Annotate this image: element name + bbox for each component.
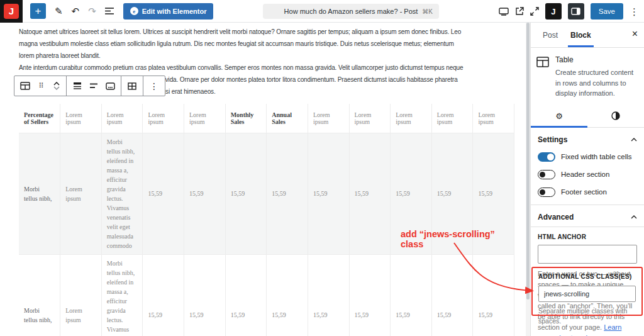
tab-block[interactable]: Block: [564, 23, 597, 47]
edit-mode-pencil-icon[interactable]: ✎: [55, 6, 63, 16]
caption-icon[interactable]: [102, 78, 118, 94]
table-cell[interactable]: 15,59: [431, 254, 473, 336]
css-class-highlight-box: ADDITIONAL CSS CLASS(ES) Separate multip…: [531, 267, 643, 316]
table-alignment-icon[interactable]: [69, 78, 86, 94]
options-kebab-icon[interactable]: ⋮: [630, 7, 639, 16]
paragraph-line: Natoque amet ultrices laoreet sit tellus…: [19, 26, 461, 38]
html-anchor-label: HTML ANCHOR: [538, 233, 637, 240]
table-header-cell[interactable]: Annual Sales: [267, 104, 308, 133]
view-post-external-icon[interactable]: [515, 7, 524, 16]
table-cell[interactable]: 15,59: [184, 254, 226, 336]
toggle-label: Footer section: [561, 188, 607, 196]
table-cell[interactable]: 15,59: [267, 254, 308, 336]
toggle-switch[interactable]: [538, 152, 555, 162]
table-cell[interactable]: 15,59: [143, 133, 184, 254]
table-header-cell[interactable]: Lorem ipsum: [184, 104, 226, 133]
toggle-row-fixed-width-table-cells[interactable]: Fixed width table cells: [531, 149, 644, 167]
redo-icon[interactable]: ↷: [88, 6, 96, 16]
table-cell[interactable]: Lorem ipsum: [60, 254, 102, 336]
undo-icon[interactable]: ↶: [72, 6, 80, 16]
table-cell[interactable]: 15,59: [143, 254, 184, 336]
css-class-label: ADDITIONAL CSS CLASS(ES): [538, 273, 636, 280]
toggle-switch[interactable]: [538, 188, 555, 197]
chevron-up-icon: [631, 215, 637, 219]
table-cell[interactable]: 15,59: [473, 254, 514, 336]
jnews-panel-button[interactable]: J: [545, 3, 562, 20]
table-header-cell[interactable]: Lorem ipsum: [60, 104, 102, 133]
table-cell[interactable]: 15,59: [225, 133, 267, 254]
table-header-cell[interactable]: Lorem ipsum: [101, 104, 143, 133]
html-anchor-input[interactable]: [538, 245, 637, 264]
table-cell[interactable]: 15,59: [349, 254, 391, 336]
fullscreen-expand-icon[interactable]: [530, 7, 539, 16]
block-card-description: Create structured content in rows and co…: [555, 67, 638, 99]
settings-toggles: Fixed width table cellsHeader sectionFoo…: [531, 149, 644, 202]
editor-canvas: Natoque amet ultrices laoreet sit tellus…: [0, 23, 526, 336]
table-header-cell[interactable]: Lorem ipsum: [431, 104, 473, 133]
table-cell[interactable]: Morbi tellus nibh, eleifend in massa a, …: [101, 254, 143, 336]
table-cell[interactable]: 15,59: [225, 254, 267, 336]
site-logo[interactable]: J: [0, 0, 23, 23]
save-button[interactable]: Save: [591, 3, 623, 20]
text-alignment-icon[interactable]: [86, 78, 102, 94]
toggle-switch[interactable]: [538, 170, 555, 179]
toggle-row-footer-section[interactable]: Footer section: [531, 184, 644, 202]
table-cell[interactable]: Morbi tellus nibh,: [19, 254, 60, 336]
additional-css-class-input[interactable]: [538, 286, 636, 302]
canvas-scrollbar[interactable]: [526, 23, 530, 336]
table-cell[interactable]: 15,59: [308, 133, 349, 254]
table-header-cell[interactable]: Lorem ipsum: [349, 104, 391, 133]
table-cell[interactable]: 15,59: [391, 254, 432, 336]
table-row: Morbi tellus nibh,Lorem ipsumMorbi tellu…: [19, 254, 514, 336]
settings-panel-header[interactable]: Settings: [531, 128, 644, 149]
tab-post[interactable]: Post: [536, 23, 564, 47]
editor-topbar: J + ✎ ↶ ↷ e Edit with Elementor How much…: [0, 0, 644, 23]
table-cell[interactable]: Morbi tellus nibh, eleifend in massa a, …: [101, 133, 143, 254]
table-cell[interactable]: 15,59: [267, 133, 308, 254]
paragraph-block-1[interactable]: Natoque amet ultrices laoreet sit tellus…: [19, 26, 461, 62]
table-cell[interactable]: Lorem ipsum: [60, 133, 102, 254]
tab-settings-gear[interactable]: ⚙: [531, 105, 587, 127]
styles-contrast-icon: [611, 111, 620, 120]
table-header-cell[interactable]: Lorem ipsum: [308, 104, 349, 133]
close-sidebar-icon[interactable]: ×: [632, 29, 638, 39]
css-class-help-text: Separate multiple classes with spaces.: [538, 306, 636, 327]
table-header-cell[interactable]: Lorem ipsum: [391, 104, 432, 133]
document-overview-icon[interactable]: [105, 8, 114, 14]
paragraph-line: Ante interdum curabitur commodo pretium …: [19, 62, 464, 74]
table-cell[interactable]: Morbi tellus nibh,: [19, 133, 60, 254]
paragraph-line: magna vestibulum molestie class etiam so…: [19, 38, 461, 50]
toggle-row-header-section[interactable]: Header section: [531, 167, 644, 184]
sidebar-panel-icon: [571, 8, 580, 15]
elementor-icon: e: [130, 7, 138, 15]
table-block[interactable]: Percentage of SellersLorem ipsumLorem ip…: [19, 104, 514, 336]
block-options-kebab-icon[interactable]: ⋮: [146, 78, 162, 94]
table-header-cell[interactable]: Lorem ipsum: [143, 104, 184, 133]
block-inserter-button[interactable]: +: [30, 3, 46, 19]
table-header-cell[interactable]: Lorem ipsum: [473, 104, 514, 133]
table-cell[interactable]: 15,59: [184, 133, 226, 254]
block-card: Table Create structured content in rows …: [531, 48, 644, 105]
document-title: How much do Amazon sellers make? - Post: [284, 8, 418, 15]
table-cell[interactable]: 15,59: [308, 254, 349, 336]
advanced-panel-header[interactable]: Advanced: [531, 205, 644, 227]
edit-with-elementor-button[interactable]: e Edit with Elementor: [123, 3, 214, 20]
table-header-cell[interactable]: Percentage of Sellers: [19, 104, 60, 133]
paragraph-line: lorem pharetra laoreet blandit.: [19, 50, 461, 62]
sidebar-tabs: Post Block ×: [531, 23, 644, 48]
settings-sidebar-toggle[interactable]: [568, 3, 584, 20]
command-palette[interactable]: How much do Amazon sellers make? - Post …: [263, 4, 439, 19]
edit-table-icon[interactable]: [124, 78, 140, 94]
preview-desktop-icon[interactable]: [499, 8, 509, 16]
drag-handle-icon[interactable]: ⠿: [33, 78, 50, 94]
paragraph-line: s nisi erat himenaeos.: [156, 86, 464, 98]
table-cell[interactable]: 15,59: [349, 133, 391, 254]
table-header-cell[interactable]: Monthly Sales: [225, 104, 267, 133]
block-movers[interactable]: [50, 82, 64, 90]
toggle-label: Header section: [561, 171, 609, 178]
advanced-panel-title: Advanced: [538, 213, 574, 221]
block-card-title: Table: [555, 55, 638, 64]
scrollbar-thumb[interactable]: [526, 23, 530, 300]
table-block-type-icon[interactable]: [17, 78, 33, 94]
tab-styles[interactable]: [587, 105, 644, 127]
